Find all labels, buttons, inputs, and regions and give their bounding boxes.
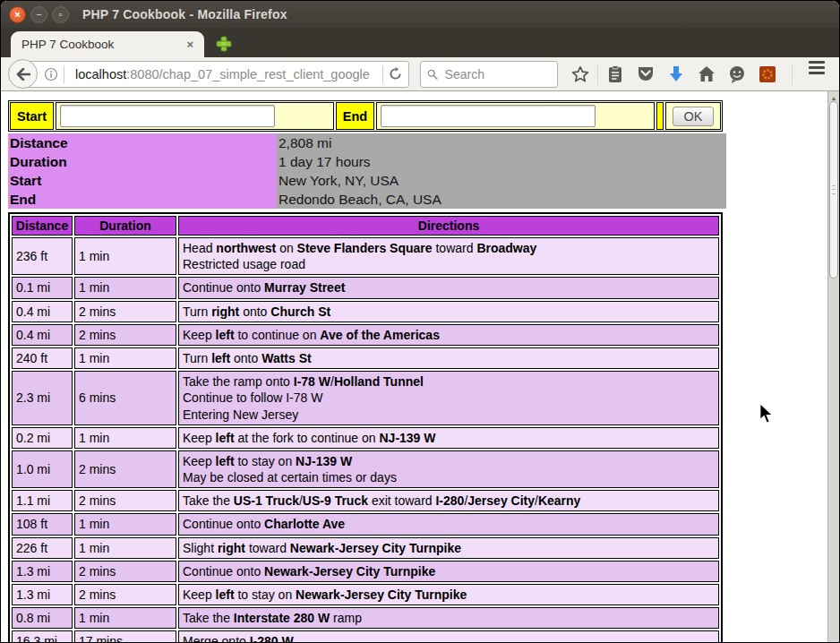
pocket-button[interactable] [630,61,661,88]
table-row: 1.3 mi2 minsContinue onto Newark-Jersey … [12,561,719,582]
url-text: localhost:8080/chap_07_simple_rest_clien… [75,67,377,81]
cell-distance: 236 ft [12,237,73,275]
tab-close-icon[interactable]: × [186,38,193,51]
cell-distance: 240 ft [12,347,73,369]
table-row: 0.1 mi1 minContinue onto Murray Street [12,277,719,298]
cell-directions: Merge onto I-280 W [178,630,719,642]
window-minimize-button[interactable]: − [30,6,47,23]
addon-gear-icon [759,65,776,83]
mouse-cursor-icon [758,403,776,424]
directions-table: Distance Duration Directions 236 ft1 min… [8,212,723,642]
hello-chat-button[interactable] [722,61,752,88]
search-bar[interactable] [420,61,558,88]
vertical-scrollbar[interactable]: ▲ [827,91,839,642]
cell-distance: 0.4 mi [12,324,73,346]
cell-distance: 1.3 mi [12,584,73,605]
table-row: 0.8 mi1 minTake the Interstate 280 W ram… [12,607,719,629]
table-row: 1.1 mi2 minsTake the US-1 Truck/US-9 Tru… [12,490,719,511]
header-directions: Directions [178,216,719,236]
header-distance: Distance [12,216,73,236]
cell-distance: 1.0 mi [12,450,73,488]
end-label: End [336,102,374,130]
table-row: 2.3 mi6 minsTake the ramp onto I-78 W/Ho… [12,371,719,425]
table-row: 0.4 mi2 minsKeep left to continue on Ave… [12,324,719,346]
new-tab-button[interactable] [215,35,233,53]
home-button[interactable] [691,61,722,88]
tab-php7-cookbook[interactable]: PHP 7 Cookbook × [11,31,204,57]
summary-value: New York, NY, USA [277,171,726,190]
cell-distance: 1.3 mi [12,561,73,582]
cell-directions: Slight right toward Newark-Jersey City T… [178,537,719,559]
cell-duration: 2 mins [74,301,176,322]
cell-directions: Turn right onto Church St [178,301,719,322]
cell-distance: 2.3 mi [12,371,73,425]
ok-button[interactable]: OK [673,107,715,126]
cell-duration: 2 mins [74,584,176,605]
cell-duration: 6 mins [74,371,176,425]
table-row: 0.2 mi1 minKeep left at the fork to cont… [12,427,719,449]
header-duration: Duration [74,216,176,236]
firefox-window: × − ▫ PHP 7 Cookbook - Mozilla Firefox P… [0,0,840,643]
url-bar[interactable]: localhost:8080/chap_07_simple_rest_clien… [23,61,409,88]
summary-label: Duration [8,152,277,171]
cell-duration: 2 mins [74,490,176,511]
window-title: PHP 7 Cookbook - Mozilla Firefox [82,7,287,21]
cell-distance: 0.4 mi [12,301,73,322]
cell-distance: 0.8 mi [12,607,73,629]
end-input[interactable] [381,105,596,127]
download-icon [668,65,684,83]
cell-directions: Take the Interstate 280 W ramp [178,607,719,629]
cell-distance: 1.1 mi [12,490,73,511]
table-row: 0.4 mi2 minsTurn right onto Church St [12,301,719,322]
table-header-row: Distance Duration Directions [12,216,719,236]
cell-directions: Keep left to stay on Newark-Jersey City … [178,584,719,605]
toolbar-separator [792,64,793,85]
cell-directions: Continue onto Newark-Jersey City Turnpik… [178,561,719,582]
start-input[interactable] [60,105,275,127]
cell-duration: 1 min [74,347,176,369]
cell-directions: Head northwest on Steve Flanders Square … [178,237,719,275]
summary-label: End [8,190,277,209]
scrollbar-thumb[interactable] [829,101,838,279]
tab-strip: PHP 7 Cookbook × [1,28,839,57]
reload-button[interactable] [389,67,402,81]
scrollbar-grip [832,185,836,194]
back-arrow-icon [16,68,30,81]
bookmark-star-button[interactable] [565,61,596,88]
summary-row: EndRedondo Beach, CA, USA [8,190,726,209]
form-spacer [656,102,664,130]
search-input[interactable] [443,66,551,82]
directions-tbody: 236 ft1 minHead northwest on Steve Fland… [12,237,719,642]
cell-duration: 1 min [74,237,176,275]
menu-button[interactable] [801,61,832,88]
menu-icon [809,61,825,64]
url-divider [64,65,64,83]
table-row: 236 ft1 minHead northwest on Steve Fland… [12,237,719,275]
home-icon [698,65,716,82]
summary-label: Start [8,171,277,190]
table-row: 108 ft1 minContinue onto Charlotte Ave [12,513,719,535]
cell-directions: Keep left to continue on Ave of the Amer… [178,324,719,346]
reading-list-button[interactable] [600,61,630,88]
tab-title: PHP 7 Cookbook [21,38,114,51]
cell-duration: 17 mins [74,630,176,642]
cell-duration: 2 mins [74,450,176,488]
cell-directions: Keep left to stay on NJ-139 WMay be clos… [178,450,719,488]
end-input-cell [376,102,655,130]
table-row: 1.0 mi2 minsKeep left to stay on NJ-139 … [12,450,719,488]
addon-button[interactable] [752,61,783,88]
table-row: 16.3 mi17 minsMerge onto I-280 W [12,630,719,642]
summary-table: Distance2,808 miDuration1 day 17 hoursSt… [8,133,726,209]
star-icon [571,65,589,83]
back-button[interactable] [8,59,38,89]
table-row: 240 ft1 minTurn left onto Watts St [12,347,719,369]
table-row: 1.3 mi2 minsKeep left to stay on Newark-… [12,584,719,605]
window-close-button[interactable]: × [9,6,26,23]
plus-icon [215,35,233,53]
info-icon[interactable] [44,67,58,81]
nav-toolbar: localhost:8080/chap_07_simple_rest_clien… [1,57,839,91]
summary-label: Distance [8,133,277,152]
downloads-button[interactable] [661,61,691,88]
cell-distance: 226 ft [12,537,73,559]
window-maximize-button[interactable]: ▫ [52,6,69,23]
